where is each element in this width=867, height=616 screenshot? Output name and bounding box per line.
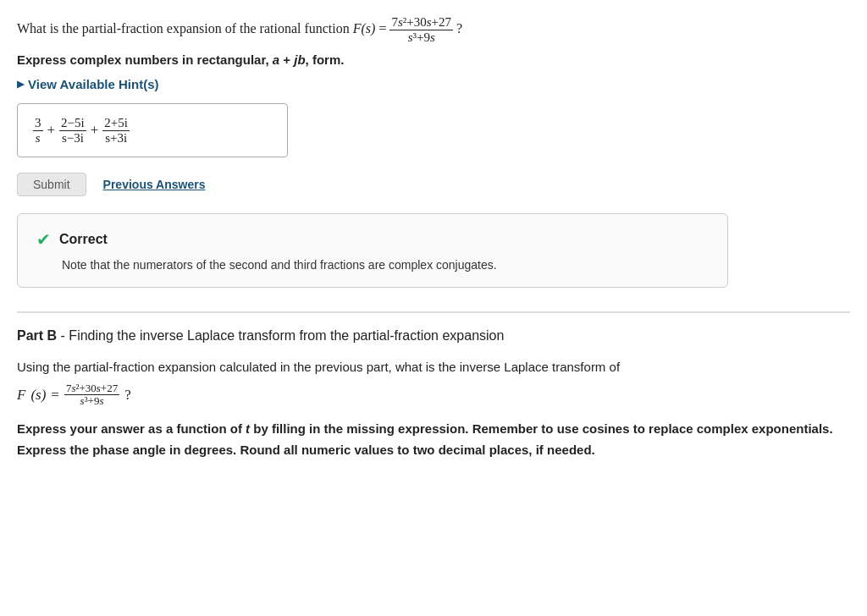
part-b-fraction: 7s²+30s+27 s³+9s [64, 382, 119, 408]
question-text: What is the partial-fraction expansion o… [17, 15, 850, 44]
part-b-dash: - [61, 328, 65, 343]
term1-den: s [34, 131, 42, 146]
question-intro: What is the partial-fraction expansion o… [17, 21, 350, 36]
term2-den: s−3i [60, 131, 86, 146]
term3-num: 2+5i [102, 116, 130, 131]
correct-label: Correct [59, 232, 108, 247]
part-b-numerator: 7s²+30s+27 [64, 382, 119, 395]
part-b-question: Using the partial-fraction expansion cal… [17, 357, 850, 377]
correct-header: ✔ Correct [36, 229, 709, 250]
part-b-math: F(s) = 7s²+30s+27 s³+9s ? [17, 382, 850, 408]
submit-row: Submit Previous Answers [17, 173, 850, 196]
correct-note: Note that the numerators of the second a… [62, 258, 709, 272]
answer-box: 3 s + 2−5i s−3i + 2+5i s+3i [17, 103, 288, 157]
question-numerator: 7s²+30s+27 [389, 15, 453, 30]
express-instruction: Express your answer as a function of t b… [17, 418, 850, 461]
term2: 2−5i s−3i [59, 116, 86, 145]
submit-button[interactable]: Submit [17, 173, 86, 196]
question-mark: ? [456, 21, 462, 36]
question-fraction: 7s²+30s+27 s³+9s [389, 15, 453, 44]
term1-num: 3 [33, 116, 43, 131]
part-b-func: F [17, 387, 25, 404]
part-b-qmark: ? [124, 387, 131, 404]
term3-den: s+3i [103, 131, 129, 146]
previous-answers-link[interactable]: Previous Answers [103, 178, 206, 191]
term1: 3 s [33, 116, 43, 145]
plus1: + [47, 122, 56, 139]
equals-sign: = [378, 21, 389, 36]
hint-link[interactable]: View Available Hint(s) [17, 77, 850, 91]
part-b-intro: Using the partial-fraction expansion cal… [17, 360, 620, 374]
function-arg: (s) [362, 21, 376, 36]
part-b-title-text: Finding the inverse Laplace transform fr… [69, 328, 504, 343]
hint-label: View Available Hint(s) [28, 77, 159, 91]
function-name: F [353, 21, 362, 36]
question-denominator: s³+9s [406, 30, 437, 45]
part-b-equals: = [51, 387, 59, 404]
answer-expression: 3 s + 2−5i s−3i + 2+5i s+3i [33, 116, 272, 145]
plus2: + [91, 122, 99, 139]
bold-instruction: Express complex numbers in rectangular, … [17, 52, 850, 67]
part-b-label: Part B [17, 328, 57, 343]
part-b-section: Part B - Finding the inverse Laplace tra… [17, 311, 850, 461]
check-icon: ✔ [36, 229, 51, 250]
part-b-func-arg: (s) [30, 387, 46, 404]
correct-box: ✔ Correct Note that the numerators of th… [17, 213, 728, 288]
term3: 2+5i s+3i [102, 116, 130, 145]
part-b-title: Part B - Finding the inverse Laplace tra… [17, 328, 850, 344]
part-b-denominator: s³+9s [79, 395, 106, 407]
term2-num: 2−5i [59, 116, 86, 131]
